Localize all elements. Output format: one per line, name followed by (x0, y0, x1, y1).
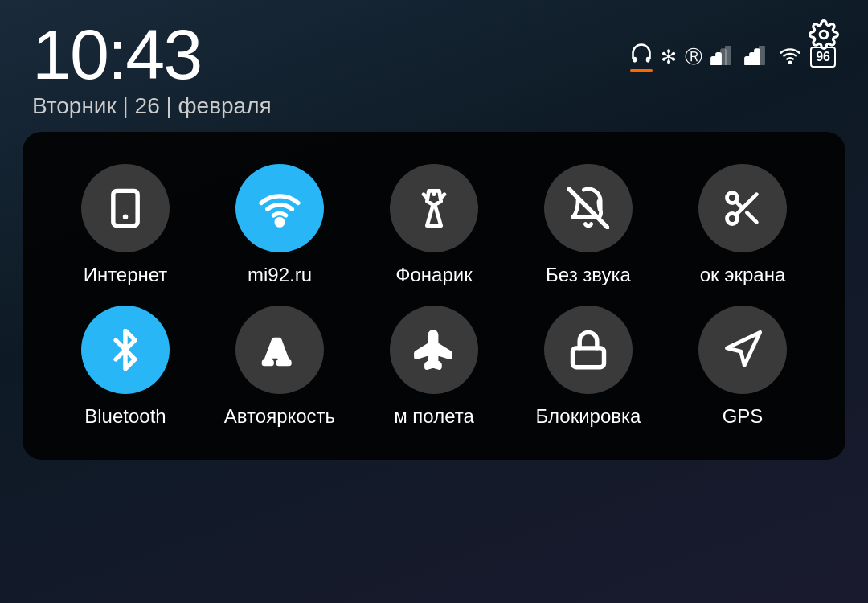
signal2-icon (744, 46, 770, 68)
tile-circle-wifi (235, 164, 324, 252)
tile-label-wifi: mi92.ru (248, 264, 312, 286)
svg-rect-1 (646, 57, 650, 63)
tile-label-brightness: Автояркость (224, 405, 335, 428)
svg-rect-8 (755, 49, 760, 64)
tile-circle-bluetooth (81, 306, 170, 394)
wifi-status-icon (778, 45, 802, 69)
tile-circle-airplane (390, 306, 478, 394)
tile-label-lock: Блокировка (536, 405, 641, 428)
svg-line-21 (747, 212, 756, 222)
svg-point-10 (789, 61, 791, 63)
svg-rect-5 (727, 46, 731, 65)
svg-rect-4 (722, 49, 726, 64)
tile-lock[interactable]: Блокировка (511, 306, 665, 428)
time-display: 10:43 (32, 19, 272, 90)
tile-circle-brightness: A (235, 306, 324, 394)
tile-circle-internet (81, 164, 170, 252)
tile-internet[interactable]: Интернет (48, 164, 203, 286)
tile-flashlight[interactable]: Фонарик (357, 164, 511, 286)
svg-rect-6 (746, 57, 750, 65)
status-icons: ✻ Ⓡ (630, 19, 836, 72)
headphone-icon (630, 42, 653, 72)
svg-rect-24 (573, 348, 604, 367)
svg-rect-3 (717, 53, 721, 64)
svg-rect-7 (751, 53, 755, 64)
svg-line-22 (736, 202, 743, 208)
tile-screenshot[interactable]: ок экрана (665, 164, 820, 286)
tile-wifi[interactable]: mi92.ru (203, 164, 357, 286)
tiles-grid: Интернетmi92.ruФонарикБез звукаок экрана… (48, 164, 820, 428)
tile-label-internet: Интернет (84, 264, 168, 286)
tile-label-screenshot: ок экрана (700, 264, 786, 286)
svg-rect-2 (712, 57, 716, 65)
tile-airplane[interactable]: м полета (357, 306, 511, 428)
svg-text:A: A (264, 332, 289, 371)
bluetooth-status-icon: ✻ (661, 46, 677, 68)
quick-settings-panel: Интернетmi92.ruФонарикБез звукаок экрана… (23, 132, 845, 460)
tile-label-silent: Без звука (546, 264, 631, 286)
date-display: Вторник | 26 | февраля (32, 93, 272, 119)
svg-marker-25 (727, 332, 760, 365)
status-bar: 10:43 Вторник | 26 | февраля ✻ Ⓡ (0, 0, 868, 132)
tile-brightness[interactable]: AАвтояркость (203, 306, 357, 428)
tile-silent[interactable]: Без звука (511, 164, 665, 286)
settings-button[interactable] (809, 19, 839, 57)
svg-point-13 (277, 219, 283, 225)
svg-point-11 (820, 31, 828, 39)
tile-gps[interactable]: GPS (665, 306, 820, 428)
tile-bluetooth[interactable]: Bluetooth (48, 306, 203, 428)
tile-circle-silent (544, 164, 633, 252)
registered-icon: Ⓡ (685, 45, 702, 69)
tile-circle-lock (544, 306, 633, 394)
signal1-icon (710, 46, 736, 68)
tile-label-airplane: м полета (394, 405, 474, 428)
tile-label-gps: GPS (723, 405, 764, 428)
tile-circle-gps (698, 306, 787, 394)
time-section: 10:43 Вторник | 26 | февраля (32, 19, 272, 119)
svg-rect-9 (760, 46, 764, 65)
headphone-underline (630, 69, 653, 72)
tile-label-flashlight: Фонарик (395, 264, 472, 286)
svg-line-16 (441, 195, 444, 198)
tile-circle-screenshot (698, 164, 787, 252)
tile-label-bluetooth: Bluetooth (84, 405, 166, 428)
tile-circle-flashlight (390, 164, 478, 252)
svg-line-15 (424, 195, 427, 198)
svg-rect-0 (633, 57, 637, 63)
